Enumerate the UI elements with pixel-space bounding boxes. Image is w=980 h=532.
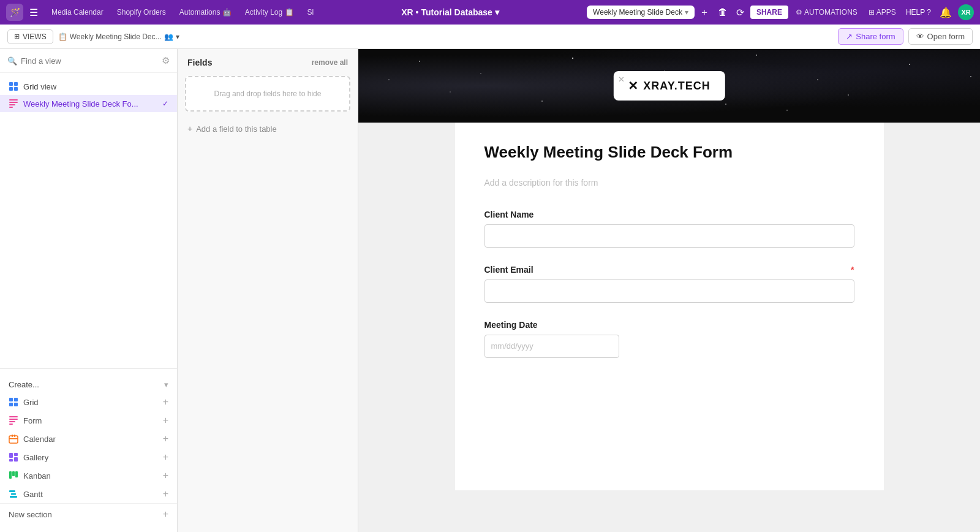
menu-icon[interactable]: ☰ <box>29 7 38 18</box>
svg-rect-8 <box>9 398 13 401</box>
views-label: VIEWS <box>23 32 47 41</box>
svg-point-36 <box>909 64 910 65</box>
tab-automations-label: Automations 🤖 <box>179 8 232 17</box>
svg-rect-11 <box>14 403 18 406</box>
add-field-button[interactable]: + Add a field to this table <box>178 119 358 139</box>
tab-slack-messages[interactable]: Slack Messages (API Blog) <box>301 6 314 19</box>
tab-activity-log[interactable]: Activity Log 📋 <box>239 6 300 19</box>
svg-rect-28 <box>11 493 16 495</box>
svg-rect-3 <box>14 87 18 91</box>
apps-icon: ⊞ <box>869 8 875 17</box>
create-grid-label: Grid <box>23 398 39 407</box>
create-grid-item[interactable]: Grid + <box>0 393 177 411</box>
svg-rect-24 <box>9 471 12 479</box>
svg-point-40 <box>725 104 726 105</box>
views-button[interactable]: ⊞ VIEWS <box>7 29 53 44</box>
sidebar: 🔍 ⚙ Grid view <box>0 49 178 532</box>
form-description-placeholder[interactable]: Add a description for this form <box>484 178 854 188</box>
client-name-input[interactable] <box>484 224 854 248</box>
tab-weekly-meeting[interactable]: Weekly Meeting Slide Deck ▾ <box>587 6 695 19</box>
svg-point-31 <box>480 73 481 74</box>
share-form-button[interactable]: ↗ Share form <box>838 28 903 45</box>
tab-automations[interactable]: Automations 🤖 <box>173 6 238 19</box>
create-gantt-plus-icon: + <box>163 488 168 500</box>
svg-rect-10 <box>9 403 13 406</box>
create-gallery-label: Gallery <box>23 453 48 462</box>
sidebar-item-grid-view[interactable]: Grid view <box>0 78 177 95</box>
form-logo-close-icon[interactable]: ✕ <box>618 75 625 84</box>
client-email-input[interactable] <box>484 279 854 303</box>
field-meeting-date-label: Meeting Date <box>484 320 854 330</box>
add-tab-icon[interactable]: ＋ <box>697 4 712 21</box>
create-calendar-item[interactable]: Calendar + <box>0 430 177 448</box>
tab-shopify-orders[interactable]: Shopify Orders <box>111 6 172 19</box>
app-logo[interactable]: 🪄 <box>6 4 23 21</box>
svg-rect-25 <box>12 471 15 476</box>
create-gantt-item[interactable]: Gantt + <box>0 485 177 503</box>
delete-icon[interactable]: 🗑 <box>715 4 730 20</box>
create-form-item[interactable]: Form + <box>0 411 177 430</box>
svg-point-34 <box>756 55 757 56</box>
search-input[interactable] <box>21 56 158 66</box>
svg-rect-22 <box>9 459 13 462</box>
create-gallery-item[interactable]: Gallery + <box>0 448 177 466</box>
history-icon[interactable]: ⟳ <box>734 4 747 21</box>
breadcrumb-dropdown-icon[interactable]: ▾ <box>176 32 179 41</box>
dropdown-arrow-icon[interactable]: ▾ <box>495 7 499 17</box>
create-form-plus-icon: + <box>163 415 168 426</box>
create-kanban-plus-icon: + <box>163 470 168 481</box>
svg-point-30 <box>419 61 420 62</box>
user-avatar[interactable]: XR <box>958 4 974 20</box>
grid-create-icon <box>9 397 18 407</box>
open-form-button[interactable]: 👁 Open form <box>908 28 973 45</box>
form-title: Weekly Meeting Slide Deck Form <box>484 142 854 163</box>
active-check-icon: ✓ <box>162 99 168 108</box>
share-form-label: Share form <box>856 32 895 41</box>
open-form-icon: 👁 <box>916 32 924 41</box>
field-client-email: Client Email * <box>484 265 854 303</box>
fields-header: Fields remove all <box>178 49 358 76</box>
create-section-toggle[interactable]: Create... ▾ <box>0 376 177 393</box>
svg-point-42 <box>970 76 971 77</box>
svg-point-41 <box>848 94 849 96</box>
notifications-icon[interactable]: 🔔 <box>937 4 954 21</box>
form-icon <box>9 99 18 108</box>
create-label: Create... <box>9 380 39 389</box>
svg-rect-0 <box>9 82 13 86</box>
create-kanban-item[interactable]: Kanban + <box>0 466 177 485</box>
share-button[interactable]: SHARE <box>750 6 788 19</box>
settings-gear-icon[interactable]: ⚙ <box>162 55 170 66</box>
tab-media-calendar[interactable]: Media Calendar <box>45 6 110 19</box>
automations-button[interactable]: ⚙ AUTOMATIONS <box>792 6 861 19</box>
sidebar-item-weekly-form[interactable]: Weekly Meeting Slide Deck Fo... ✓ <box>0 95 177 112</box>
svg-rect-17 <box>12 435 13 437</box>
open-form-label: Open form <box>927 32 965 41</box>
gantt-create-icon <box>9 489 18 499</box>
form-preview: ✕ ✕ XRAY.TECH Weekly Meeting Slide Deck … <box>358 49 980 532</box>
svg-point-35 <box>817 79 818 80</box>
svg-rect-27 <box>9 490 15 492</box>
form-banner: ✕ ✕ XRAY.TECH <box>358 49 980 123</box>
remove-all-button[interactable]: remove all <box>312 58 348 67</box>
tab-shopify-orders-label: Shopify Orders <box>117 8 166 17</box>
new-section-item[interactable]: New section + <box>0 503 177 525</box>
field-client-email-label: Client Email * <box>484 265 854 275</box>
topbar: 🪄 ☰ Media Calendar Shopify Orders Automa… <box>0 0 980 25</box>
svg-point-38 <box>541 101 543 102</box>
svg-rect-18 <box>14 435 15 437</box>
meeting-date-input[interactable] <box>484 335 619 358</box>
create-gantt-label: Gantt <box>23 490 43 499</box>
apps-button[interactable]: ⊞ APPS <box>865 6 900 19</box>
svg-rect-9 <box>14 398 18 401</box>
tab-weekly-meeting-dropdown[interactable]: ▾ <box>685 8 688 17</box>
share-form-icon: ↗ <box>846 32 853 41</box>
svg-rect-1 <box>14 82 18 86</box>
svg-rect-7 <box>9 107 13 108</box>
help-label[interactable]: HELP ? <box>903 6 933 19</box>
new-section-plus-icon: + <box>163 509 168 520</box>
svg-rect-21 <box>14 453 18 456</box>
create-kanban-label: Kanban <box>23 471 51 481</box>
search-icon: 🔍 <box>7 56 17 66</box>
svg-rect-2 <box>9 87 13 91</box>
sidebar-item-grid-view-label: Grid view <box>23 82 56 91</box>
